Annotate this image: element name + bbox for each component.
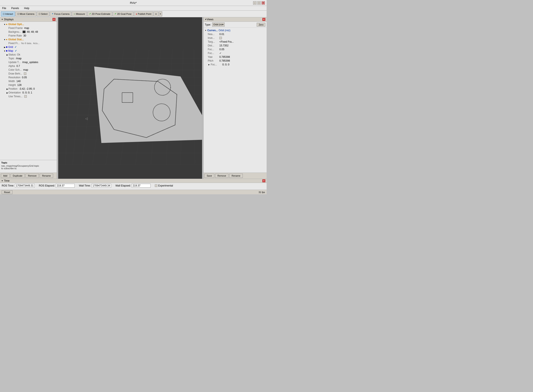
tree-item-background[interactable]: Backgrou... 48; 48; 48: [0, 30, 57, 34]
maximize-button[interactable]: □: [257, 1, 261, 5]
use-timestamp-checkbox[interactable]: [24, 95, 27, 98]
panel-collapse-icon[interactable]: ▼: [1, 18, 3, 20]
tree-item-frame-rate[interactable]: Frame Rate 30: [0, 34, 57, 38]
minimize-button[interactable]: ─: [253, 1, 256, 5]
time-content: ROS Time: 1709473449.31 ROS Elapsed: 219…: [0, 183, 267, 188]
expand-icon[interactable]: ▶: [6, 53, 9, 56]
tree-item-global-status[interactable]: ▼ ● Global Stat...: [0, 38, 57, 42]
plus-button[interactable]: +: [153, 11, 158, 16]
displays-header: ▼ Displays ✕: [0, 17, 57, 22]
view-yaw[interactable]: Yaw 0.785398: [204, 55, 267, 59]
add-button[interactable]: Add: [1, 174, 10, 178]
item-icon: ●: [6, 23, 7, 26]
view-focal2[interactable]: Foc... ✓: [204, 51, 267, 55]
view-current-header[interactable]: ▼ Curren... Orbit (rviz): [204, 28, 267, 32]
draw-behind-checkbox[interactable]: [24, 72, 26, 75]
menu-help[interactable]: Help: [23, 6, 31, 10]
expand-icon[interactable]: ▶: [6, 91, 9, 94]
expand-icon[interactable]: ▶: [3, 46, 6, 49]
displays-close-button[interactable]: ✕: [52, 18, 56, 21]
time-collapse-icon[interactable]: ▼: [1, 180, 3, 182]
select-button[interactable]: ◻ Select: [37, 11, 50, 16]
views-tree: ▼ Curren... Orbit (rviz) Nea... 0.01 Inv…: [204, 28, 267, 173]
views-panel: ▼ Views ✕ Type: Orbit (rvi▾ Zero ▼ Curre…: [203, 17, 267, 179]
tree-item-color-scheme[interactable]: Color Sch... map: [0, 68, 57, 72]
move-camera-icon: ◻: [17, 12, 19, 15]
rename-button[interactable]: Rename: [40, 174, 53, 178]
expand-icon[interactable]: ▶: [6, 87, 9, 91]
time-close-button[interactable]: ✕: [262, 179, 265, 182]
measure-button[interactable]: ═ Measure: [72, 11, 87, 16]
title-bar: RViz* ─ □ ✕: [0, 0, 267, 6]
focus-camera-icon: ✦: [52, 12, 54, 15]
tree-item-alpha[interactable]: Alpha 0.7: [0, 64, 57, 68]
wall-time-group: Wall Time: 1709473449.34: [79, 184, 111, 187]
color-swatch: [23, 31, 26, 33]
tree-item-width[interactable]: Width 140: [0, 79, 57, 83]
time-panel: ▼ Time ✕ ROS Time: 1709473449.31 ROS Ela…: [0, 179, 267, 190]
interact-button[interactable]: ◻ Interact: [1, 11, 15, 16]
measure-icon: ═: [74, 13, 75, 15]
duplicate-button[interactable]: Duplicate: [10, 174, 25, 178]
svg-text:◁: ◁: [85, 117, 88, 120]
toolbar-dropdown-arrow[interactable]: ▾: [159, 11, 162, 16]
view-invert[interactable]: Inve...: [204, 36, 267, 40]
expand-icon[interactable]: ▼: [3, 38, 6, 41]
focus-camera-button[interactable]: ✦ Focus Camera: [50, 11, 71, 16]
close-button[interactable]: ✕: [262, 1, 265, 5]
tree-item-height[interactable]: Height 128: [0, 83, 57, 87]
menu-panels[interactable]: Panels: [10, 6, 20, 10]
invert-checkbox[interactable]: [219, 37, 222, 39]
tree-item-orientation[interactable]: ▶ Orientation 0; 0; 0; 1: [0, 91, 57, 95]
tree-item-use-timestamp[interactable]: Use Times...: [0, 95, 57, 98]
reset-button[interactable]: Reset: [2, 190, 12, 194]
tree-item-resolution[interactable]: Resolution 0.05: [0, 76, 57, 79]
remove-view-button[interactable]: Remove: [215, 174, 228, 178]
item-icon: ■: [6, 46, 7, 48]
tree-item-fixed-fr[interactable]: Fixed Fr... No tf data. Actu...: [0, 42, 57, 45]
view-target[interactable]: Targ... <Fixed Fra...: [204, 40, 267, 44]
tree-item-update-topic[interactable]: Update T... /map_updates: [0, 61, 57, 64]
expand-icon[interactable]: ▶: [208, 63, 210, 66]
experimental-checkbox[interactable]: [155, 184, 157, 187]
tree-item-map[interactable]: ▼ ■ Map ✓: [0, 49, 57, 53]
displays-buttons-bar: Add Duplicate Remove Rename: [0, 173, 57, 179]
publish-point-icon: ●: [136, 13, 137, 15]
tree-item-position[interactable]: ▶ Position -3.42; -2.95; 0: [0, 87, 57, 91]
view-focal1[interactable]: Foc... 0.05: [204, 47, 267, 51]
views-title: Views: [207, 18, 213, 21]
move-camera-button[interactable]: ◻ Move Camera: [15, 11, 36, 16]
view-distance[interactable]: Dist... 15.7352: [204, 44, 267, 47]
expand-icon[interactable]: ▼: [3, 49, 6, 53]
tree-item-grid[interactable]: ▶ ■ Grid ✓: [0, 45, 57, 49]
pose-estimate-icon: ✔: [89, 12, 91, 15]
publish-point-button[interactable]: ● Publish Point: [134, 11, 153, 16]
goal-pose-button[interactable]: ✔ 2D Goal Pose: [113, 11, 133, 16]
pose-estimate-button[interactable]: ✔ 2D Pose Estimate: [87, 11, 112, 16]
expand-icon[interactable]: ▼: [3, 23, 6, 26]
save-view-button[interactable]: Save: [204, 174, 214, 178]
view-near[interactable]: Nea... 0.01: [204, 32, 267, 36]
tree-item-fixed-frame[interactable]: Fixed Frame map: [0, 26, 57, 30]
zero-button[interactable]: Zero: [257, 23, 265, 27]
tree-item-status-ok[interactable]: ▶ Status: Ok: [0, 53, 57, 57]
views-type-dropdown[interactable]: Orbit (rvi▾: [212, 23, 224, 27]
fps-bar: Reset 31 fps: [0, 190, 267, 194]
tree-item-topic[interactable]: Topic /map: [0, 57, 57, 61]
displays-panel: ▼ Displays ✕ ▼ ● Global Opti... Fixed Fr…: [0, 17, 57, 179]
view-pitch[interactable]: Pitch 0.785398: [204, 59, 267, 63]
panel-collapse-icon[interactable]: ▼: [205, 18, 207, 20]
views-close-button[interactable]: ✕: [262, 18, 265, 21]
menu-file[interactable]: File: [1, 6, 7, 10]
item-icon: ■: [6, 49, 7, 52]
view-focal3[interactable]: ▶ Foc... 0; 0; 0: [204, 63, 267, 66]
remove-button[interactable]: Remove: [26, 174, 39, 178]
tree-item-global-options[interactable]: ▼ ● Global Opti...: [0, 23, 57, 26]
rename-view-button[interactable]: Rename: [229, 174, 243, 178]
3d-viewport[interactable]: ◁: [58, 17, 202, 179]
3d-visualization: ◁: [58, 17, 202, 179]
time-header: ▼ Time ✕: [0, 179, 267, 183]
tooltip-title: Topic: [1, 161, 56, 164]
tree-item-draw-behind[interactable]: Draw Behi...: [0, 72, 57, 76]
expand-arrow: ▼: [205, 29, 207, 31]
